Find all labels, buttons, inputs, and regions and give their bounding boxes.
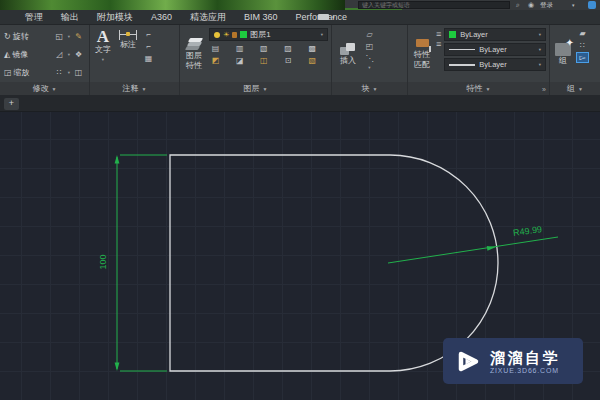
dimension-button[interactable]: 标注: [116, 27, 140, 51]
lineweight-dropdown[interactable]: ByLayer ▾: [444, 58, 546, 71]
match-properties-button[interactable]: 特性 匹配: [411, 27, 433, 81]
sign-in-button[interactable]: 登录: [540, 1, 553, 9]
mirror-button[interactable]: ◭ 镜像 ◿▾ ❖: [4, 47, 85, 62]
panel-layers-footer[interactable]: 图层 ▼: [180, 82, 331, 95]
user-icon[interactable]: ◉: [528, 1, 534, 9]
panel-annotate-footer[interactable]: 注释 ▼: [90, 82, 179, 95]
tab-manage[interactable]: 管理: [16, 10, 52, 24]
tab-a360[interactable]: A360: [142, 10, 181, 24]
current-layer-name: 图层1: [250, 29, 317, 40]
scale-icon: ◲: [4, 68, 12, 77]
leader-icon[interactable]: ⌐: [142, 29, 155, 40]
ribbon-minimize-button[interactable]: ▾: [318, 14, 335, 20]
block-editor-icon[interactable]: ◰: [363, 41, 376, 52]
search-icon[interactable]: ⌕: [516, 1, 520, 9]
file-tab-bar: +: [0, 95, 600, 112]
layer-match-icon[interactable]: ▩: [306, 43, 319, 54]
layer-isolate-icon[interactable]: ▥: [233, 43, 246, 54]
group-edit-icon[interactable]: ∷: [576, 40, 589, 51]
attributes-icon[interactable]: ⋱: [363, 53, 376, 64]
array-icon[interactable]: ∷: [53, 67, 66, 78]
ungroup-icon[interactable]: ▰: [576, 28, 589, 39]
layer-state-icon[interactable]: ▧: [306, 55, 319, 66]
ribbon-minimize-icon: [318, 14, 329, 20]
layer-properties-label-2: 特性: [186, 62, 202, 71]
linetype-sample-icon: [449, 49, 475, 50]
help-icon[interactable]: [588, 1, 596, 9]
layer-lock-icon: [232, 32, 237, 38]
object-color-dropdown[interactable]: ByLayer ▾: [444, 28, 546, 41]
layer-dropdown[interactable]: ☀ 图层1 ▾: [209, 28, 328, 41]
group-button[interactable]: 组: [552, 27, 574, 81]
chevron-down-icon: ▾: [539, 62, 541, 67]
panel-properties: 特性 匹配 ≡ ≡ ByLayer ▾ ByLayer ▾: [408, 25, 550, 95]
scale-label: 缩放: [14, 67, 30, 78]
linetype-stack-icon[interactable]: ≡: [436, 30, 441, 38]
watermark-title: 溜溜自学: [490, 349, 560, 366]
play-logo-icon: [455, 348, 481, 375]
match-properties-icon: [416, 39, 429, 47]
group-selection-toggle-icon[interactable]: ▻: [576, 52, 589, 63]
table-icon[interactable]: ▦: [142, 53, 155, 64]
scale-button[interactable]: ◲ 缩放 ∷▾ ◫: [4, 65, 85, 80]
layer-properties-label-1: 图层: [186, 52, 202, 61]
tab-addins[interactable]: 附加模块: [88, 10, 142, 24]
layer-thaw-icon: ☀: [223, 31, 229, 39]
panel-block-footer[interactable]: 块 ▼: [332, 82, 407, 95]
panel-properties-label: 特性: [467, 83, 483, 94]
color-swatch: [449, 31, 456, 38]
group-label: 组: [559, 57, 567, 66]
mirror-icon: ◭: [4, 50, 10, 59]
dimension-icon: [119, 30, 137, 40]
new-drawing-tab-button[interactable]: +: [4, 98, 19, 110]
rotate-button[interactable]: ↻ 旋转 ◱▾ ✎: [4, 29, 85, 44]
panel-properties-footer[interactable]: 特性 ▼: [408, 82, 549, 95]
rotate-label: 旋转: [13, 31, 29, 42]
layer-freeze-icon[interactable]: ▧: [257, 43, 270, 54]
fillet-icon[interactable]: ◿: [53, 49, 66, 60]
chevron-down-icon[interactable]: ▾: [368, 65, 370, 70]
insert-button[interactable]: 插入: [336, 27, 360, 81]
tab-featured[interactable]: 精选应用: [181, 10, 235, 24]
height-dimension-text[interactable]: 100: [98, 250, 108, 274]
trim-icon[interactable]: ◱: [53, 31, 66, 42]
dialog-launcher-icon[interactable]: »: [542, 86, 546, 93]
match-properties-label-2: 匹配: [414, 61, 430, 70]
layer-lock-tool-icon[interactable]: ▨: [282, 43, 295, 54]
chevron-down-icon: ▾: [539, 47, 541, 52]
layer-previous-icon[interactable]: ◪: [233, 55, 246, 66]
layer-properties-button[interactable]: 图层 特性: [183, 27, 205, 81]
layer-unisolate-icon[interactable]: ◩: [209, 55, 222, 66]
linetype-dropdown[interactable]: ByLayer ▾: [444, 43, 546, 56]
match-properties-label-1: 特性: [414, 51, 430, 60]
chevron-down-icon[interactable]: ▾: [68, 34, 70, 39]
rotate-icon: ↻: [4, 32, 11, 41]
tab-bim360[interactable]: BIM 360: [235, 10, 287, 24]
signin-caret-icon[interactable]: ▾: [572, 1, 575, 9]
layer-unlock-icon[interactable]: ◫: [257, 55, 270, 66]
panel-annotate-label: 注释: [123, 83, 139, 94]
multileader-icon[interactable]: ⌐: [142, 41, 155, 52]
lineweight-stack-icon[interactable]: ≡: [436, 40, 441, 48]
panel-group-label: 组: [567, 83, 575, 94]
offset-icon[interactable]: ◫: [72, 67, 85, 78]
desktop-wallpaper: [0, 0, 345, 10]
panel-modify-footer[interactable]: 修改 ▼: [0, 82, 89, 95]
explode-icon[interactable]: ❖: [72, 49, 85, 60]
chevron-down-icon[interactable]: ▾: [68, 70, 70, 75]
chevron-down-icon[interactable]: ▾: [68, 52, 70, 57]
mirror-label: 镜像: [12, 49, 28, 60]
text-icon: A: [97, 28, 109, 45]
erase-icon[interactable]: ✎: [72, 31, 85, 42]
search-input[interactable]: [358, 1, 510, 9]
layer-off-icon[interactable]: ▤: [209, 43, 222, 54]
create-block-icon[interactable]: ▱: [363, 29, 376, 40]
radius-dimension[interactable]: [388, 237, 558, 263]
panel-expand-icon: ▼: [52, 86, 57, 92]
linetype-value: ByLayer: [479, 45, 534, 54]
panel-group-footer[interactable]: 组 ▼: [550, 82, 600, 95]
height-dimension[interactable]: [115, 155, 167, 371]
tab-output[interactable]: 输出: [52, 10, 88, 24]
text-button[interactable]: A 文字 ▾: [92, 27, 114, 65]
layer-walk-icon[interactable]: ⊡: [282, 55, 295, 66]
